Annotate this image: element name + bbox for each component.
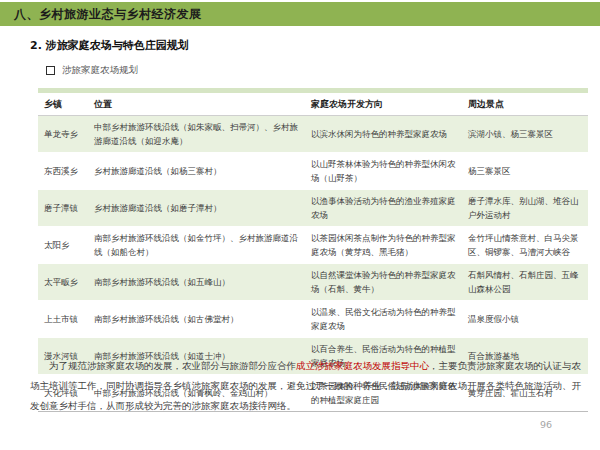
section-title: 2. 涉旅家庭农场与特色庄园规划 bbox=[30, 38, 189, 53]
table-cell: 以自然课堂体验为特色的种养型家庭农场（石斛、黄牛） bbox=[305, 264, 462, 301]
table-cell: 磨子潭水库、别山湖、堆谷山户外运动村 bbox=[462, 190, 588, 227]
table-cell: 太阳乡 bbox=[38, 227, 88, 264]
table-cell: 单龙寺乡 bbox=[38, 116, 88, 153]
table-row: 单龙寺乡中部乡村旅游环线沿线（如朱家畈、扫帚河）、乡村旅游廊道沿线（如迎水庵）以… bbox=[38, 116, 588, 153]
table-cell: 上土市镇 bbox=[38, 301, 88, 338]
table-caption: 涉旅家庭农场规划 bbox=[62, 64, 138, 77]
column-header-location: 位置 bbox=[88, 93, 305, 116]
table-header-row: 乡镇 位置 家庭农场开发方向 周边景点 bbox=[38, 93, 588, 116]
table-row: 上土市镇南部乡村旅游环线沿线（如古佛堂村）以温泉、民俗文化活动为特色的种养型家庭… bbox=[38, 301, 588, 338]
chapter-header-bar: 八、乡村旅游业态与乡村经济发展 bbox=[0, 2, 600, 26]
table-cell: 以温泉、民俗文化活动为特色的种养型家庭农场 bbox=[305, 301, 462, 338]
square-bullet-icon bbox=[46, 66, 55, 75]
summary-text-lead: 为了规范涉旅家庭农场的发展，农业部分与旅游部分应合作 bbox=[49, 360, 296, 371]
table-cell: 南部乡村旅游环线沿线（如金竹坪）、乡村旅游廊道沿线（如船仓村） bbox=[88, 227, 305, 264]
column-header-town: 乡镇 bbox=[38, 93, 88, 116]
chapter-title: 八、乡村旅游业态与乡村经济发展 bbox=[14, 6, 202, 23]
table-cell: 东西溪乡 bbox=[38, 153, 88, 190]
table-cell: 石斛风情村、石斛庄园、五峰山森林公园 bbox=[462, 264, 588, 301]
table-cell: 中部乡村旅游环线沿线（如朱家畈、扫帚河）、乡村旅游廊道沿线（如迎水庵） bbox=[88, 116, 305, 153]
summary-paragraph: 为了规范涉旅家庭农场的发展，农业部分与旅游部分应合作成立涉旅家庭农场发展指导中心… bbox=[30, 356, 586, 416]
table-cell: 乡村旅游廊道沿线（如磨子潭村） bbox=[88, 190, 305, 227]
table-cell: 金竹坪山情茶意村、白马尖景区、铜锣寨、马漕河大峡谷 bbox=[462, 227, 588, 264]
page-number: 96 bbox=[540, 419, 552, 430]
table-row: 太平畈乡南部乡村旅游环线沿线（如五峰山）以自然课堂体验为特色的种养型家庭农场（石… bbox=[38, 264, 588, 301]
table-cell: 南部乡村旅游环线沿线（如古佛堂村） bbox=[88, 301, 305, 338]
table-cell: 滨湖小镇、杨三寨景区 bbox=[462, 116, 588, 153]
table-row: 磨子潭镇乡村旅游廊道沿线（如磨子潭村）以渔事体验活动为特色的渔业养殖家庭农场磨子… bbox=[38, 190, 588, 227]
column-header-attractions: 周边景点 bbox=[462, 93, 588, 116]
table-row: 太阳乡南部乡村旅游环线沿线（如金竹坪）、乡村旅游廊道沿线（如船仓村）以茶园休闲茶… bbox=[38, 227, 588, 264]
table-cell: 南部乡村旅游环线沿线（如五峰山） bbox=[88, 264, 305, 301]
table-row: 东西溪乡乡村旅游廊道沿线（如杨三寨村）以山野茶林体验为特色的种养型休闲农场（山野… bbox=[38, 153, 588, 190]
table-cell: 温泉度假小镇 bbox=[462, 301, 588, 338]
table-cell: 磨子潭镇 bbox=[38, 190, 88, 227]
summary-text-highlight: 成立涉旅家庭农场发展指导中心 bbox=[296, 360, 429, 371]
table-cell: 太平畈乡 bbox=[38, 264, 88, 301]
table-cell: 以渔事体验活动为特色的渔业养殖家庭农场 bbox=[305, 190, 462, 227]
table-cell: 乡村旅游廊道沿线（如杨三寨村） bbox=[88, 153, 305, 190]
table-cell: 以茶园休闲茶点制作为特色的种养型家庭农场（黄芽鸡、黑毛猪） bbox=[305, 227, 462, 264]
table-cell: 以滨水休闲为特色的种养型家庭农场 bbox=[305, 116, 462, 153]
table-cell: 杨三寨景区 bbox=[462, 153, 588, 190]
column-header-development: 家庭农场开发方向 bbox=[305, 93, 462, 116]
table-cell: 以山野茶林体验为特色的种养型休闲农场（山野茶） bbox=[305, 153, 462, 190]
table-caption-line: 涉旅家庭农场规划 bbox=[46, 64, 138, 77]
